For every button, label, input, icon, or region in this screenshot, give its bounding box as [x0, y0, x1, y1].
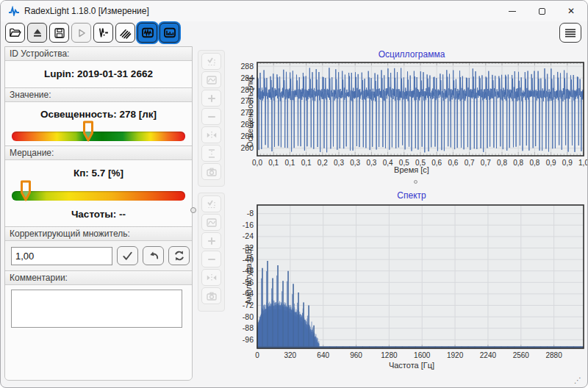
zoom-out-icon [206, 111, 218, 123]
waveform-measure-icon [97, 26, 110, 39]
svg-text:1600: 1600 [414, 351, 431, 359]
svg-text:320: 320 [284, 351, 297, 359]
zoom-in-icon [206, 235, 218, 247]
fit-curve-button[interactable] [201, 214, 221, 231]
svg-text:0: 0 [255, 351, 259, 359]
select-region-icon [206, 198, 218, 210]
illuminance-slider-marker[interactable] [82, 121, 95, 143]
oscillogram-toggle[interactable] [137, 23, 157, 43]
multiplier-box [5, 241, 192, 271]
oscillogram-tools [198, 50, 225, 187]
value-header: Значение: [5, 88, 192, 102]
open-button[interactable] [5, 23, 25, 43]
fit-curve-icon [206, 74, 218, 86]
check-icon [121, 250, 134, 262]
undo-button[interactable] [143, 246, 164, 265]
save-button[interactable] [49, 23, 69, 43]
comments-box [5, 285, 192, 381]
svg-text:640: 640 [317, 351, 329, 359]
svg-text:-40: -40 [243, 255, 254, 264]
svg-text:-72: -72 [243, 301, 254, 309]
flicker-header: Мерцание: [5, 146, 192, 160]
svg-text:-32: -32 [243, 243, 254, 252]
comments-header: Комментарии: [5, 271, 192, 285]
measure-button[interactable] [93, 23, 113, 43]
spectrum-icon [163, 26, 176, 39]
spectrum-plot: -8-16-24-32-40-48-56-64-72-80-88-9603206… [236, 189, 587, 361]
flicker-kp-value: Кп: 5.7 [%] [5, 160, 192, 179]
fit-curve-icon [206, 217, 218, 229]
svg-text:280: 280 [240, 85, 254, 94]
illuminance-scale [12, 132, 185, 141]
zoom-out-icon [206, 254, 218, 265]
app-logo-icon [8, 6, 20, 16]
fit-curve-button[interactable] [201, 71, 221, 88]
camera-button[interactable] [201, 287, 221, 304]
oscillogram-icon [141, 26, 154, 39]
marker-pointer-icon [19, 180, 32, 202]
fit-horizontal-icon [206, 129, 218, 141]
marker-pointer-icon [82, 121, 95, 143]
spectrum-toggle[interactable] [159, 23, 179, 43]
flicker-slider-marker[interactable] [19, 180, 32, 202]
play-icon [76, 27, 87, 39]
comments-textarea[interactable] [11, 290, 182, 328]
titlebar: RadexLight 1.18.0 [Измерение] ✕ [1, 1, 587, 21]
svg-text:-88: -88 [243, 323, 254, 332]
refresh-button[interactable] [168, 246, 190, 265]
svg-text:2560: 2560 [513, 351, 530, 359]
svg-text:2880: 2880 [546, 351, 563, 359]
minimize-icon [509, 11, 516, 12]
value-box: Освещенность: 278 [лк] [5, 102, 192, 146]
maximize-button[interactable] [527, 1, 556, 21]
svg-text:268: 268 [240, 120, 254, 129]
fit-horizontal-button[interactable] [201, 126, 221, 143]
svg-text:264: 264 [240, 132, 254, 140]
select-region-button[interactable] [201, 195, 221, 212]
illuminance-reading: Освещенность: 278 [лк] [5, 102, 192, 120]
svg-text:-80: -80 [243, 312, 254, 321]
fit-horizontal-icon [206, 272, 218, 284]
svg-text:-16: -16 [243, 220, 254, 229]
zoom-in-button[interactable] [201, 90, 221, 107]
svg-text:2240: 2240 [480, 351, 497, 359]
svg-text:-56: -56 [243, 278, 254, 287]
window-controls: ✕ [498, 1, 586, 21]
minimize-button[interactable] [498, 1, 527, 21]
svg-text:960: 960 [350, 351, 362, 359]
start-button[interactable] [71, 23, 91, 43]
panel-splitter-handle[interactable] [190, 207, 196, 213]
undo-arrow-icon [147, 249, 160, 262]
apply-button[interactable] [117, 246, 138, 265]
menu-button[interactable] [559, 23, 581, 43]
eject-button[interactable] [27, 23, 47, 43]
svg-text:1280: 1280 [381, 351, 398, 359]
multiplier-header: Корректирующий множитель: [5, 227, 192, 241]
select-region-icon [206, 56, 218, 68]
select-region-button[interactable] [201, 53, 221, 70]
resize-grip[interactable]: ⋰ [574, 376, 581, 384]
chart-splitter-handle[interactable] [414, 180, 417, 184]
close-button[interactable]: ✕ [556, 1, 586, 21]
device-id-value: Lupin: 2019-01-31 2662 [5, 61, 192, 79]
zoom-out-button[interactable] [201, 251, 221, 267]
fit-vertical-button[interactable] [201, 145, 221, 162]
close-icon: ✕ [567, 7, 575, 15]
fit-horizontal-button[interactable] [201, 269, 221, 286]
main-toolbar [5, 23, 179, 45]
folder-open-icon [9, 26, 21, 39]
multiplier-input[interactable] [11, 247, 112, 265]
svg-text:260: 260 [240, 143, 254, 152]
eject-icon [32, 27, 43, 39]
rays-button[interactable] [115, 23, 135, 43]
svg-text:-48: -48 [243, 266, 254, 275]
svg-text:284: 284 [240, 73, 254, 82]
zoom-in-button[interactable] [201, 232, 221, 249]
camera-button[interactable] [201, 163, 221, 180]
svg-text:1920: 1920 [447, 351, 464, 359]
spectrum-tools [198, 193, 225, 312]
flicker-freq-value: Частоты: -- [5, 209, 192, 220]
zoom-out-button[interactable] [201, 108, 221, 125]
svg-text:272: 272 [240, 108, 254, 117]
flicker-scale [12, 191, 185, 201]
